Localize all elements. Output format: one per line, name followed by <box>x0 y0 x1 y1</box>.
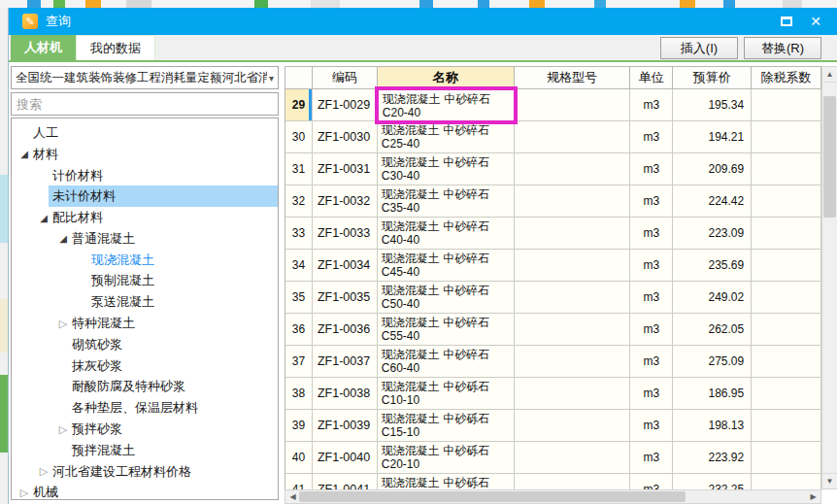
table-row[interactable]: 34 ZF1-0034 现浇混凝土 中砂碎石 C45-40 m3 235.69 <box>285 250 821 282</box>
unit-cell[interactable]: m3 <box>630 218 673 250</box>
name-cell[interactable]: 现浇混凝土 中砂碎石 C60-40 <box>378 346 515 378</box>
tax-cell[interactable] <box>752 282 821 314</box>
header-price[interactable]: 预算价 <box>673 66 752 89</box>
tree-expander-icon[interactable]: ◢ <box>17 149 31 159</box>
code-cell[interactable]: ZF1-0030 <box>313 121 378 153</box>
tax-cell[interactable] <box>752 153 821 185</box>
price-cell[interactable]: 275.09 <box>673 346 752 378</box>
spec-cell[interactable] <box>515 378 631 410</box>
tree-item[interactable]: ▷ 特种混凝土 <box>12 313 278 334</box>
name-cell[interactable]: 现浇混凝土 中砂碎石 C35-40 <box>378 185 515 218</box>
spec-cell[interactable] <box>515 250 631 282</box>
spec-cell[interactable] <box>515 185 631 218</box>
tree-item[interactable]: 现浇混凝土 <box>12 250 278 271</box>
row-number-cell[interactable]: 29 <box>285 89 313 121</box>
tree-item[interactable]: ▷ 预拌砂浆 <box>12 419 278 440</box>
table-row[interactable]: 35 ZF1-0035 现浇混凝土 中砂碎石 C50-40 m3 249.02 <box>285 282 821 314</box>
tree-item[interactable]: 砌筑砂浆 <box>12 334 278 355</box>
tax-cell[interactable] <box>752 121 821 153</box>
code-cell[interactable]: ZF1-0038 <box>313 378 378 410</box>
code-cell[interactable]: ZF1-0040 <box>313 442 378 474</box>
vertical-scroll-thumb[interactable] <box>823 96 836 218</box>
name-cell[interactable]: 现浇混凝土 中砂砾石 <box>378 474 515 489</box>
horizontal-scroll-thumb[interactable] <box>299 491 686 502</box>
code-cell[interactable]: ZF1-0041 <box>313 474 378 489</box>
code-cell[interactable]: ZF1-0037 <box>313 346 378 378</box>
code-cell[interactable]: ZF1-0035 <box>313 282 378 314</box>
spec-cell[interactable] <box>515 474 631 489</box>
name-cell[interactable]: 现浇混凝土 中砂碎石 C20-40 <box>378 89 515 121</box>
tax-cell[interactable] <box>752 442 821 474</box>
unit-cell[interactable]: m3 <box>630 282 673 314</box>
tax-cell[interactable] <box>752 185 821 218</box>
dialog-titlebar[interactable]: ✎ 查询 ✕ <box>9 8 837 35</box>
spec-cell[interactable] <box>515 346 631 378</box>
code-cell[interactable]: ZF1-0036 <box>313 314 378 346</box>
tree-expander-icon[interactable]: ▷ <box>17 487 31 499</box>
spec-cell[interactable] <box>515 442 631 474</box>
row-number-cell[interactable]: 31 <box>285 153 313 185</box>
table-row[interactable]: 33 ZF1-0033 现浇混凝土 中砂碎石 C40-40 m3 223.09 <box>285 218 821 250</box>
tree-item[interactable]: 预拌混凝土 <box>12 440 278 461</box>
header-name[interactable]: 名称 <box>378 66 515 89</box>
price-cell[interactable]: 235.69 <box>673 250 752 282</box>
name-cell[interactable]: 现浇混凝土 中砂砾石 C20-10 <box>378 442 515 474</box>
price-cell[interactable]: 232.25 <box>673 474 752 489</box>
close-button[interactable]: ✕ <box>810 15 821 28</box>
unit-cell[interactable]: m3 <box>630 314 673 346</box>
spec-cell[interactable] <box>515 282 631 314</box>
code-cell[interactable]: ZF1-0029 <box>313 89 378 121</box>
table-row[interactable]: 38 ZF1-0038 现浇混凝土 中砂砾石 C10-10 m3 186.95 <box>285 378 821 410</box>
unit-cell[interactable]: m3 <box>630 153 673 185</box>
tree-expander-icon[interactable]: ▷ <box>56 423 70 436</box>
header-code[interactable]: 编码 <box>313 66 378 89</box>
tree-expander-icon[interactable]: ▷ <box>37 465 50 478</box>
row-number-cell[interactable]: 40 <box>285 442 313 474</box>
price-cell[interactable]: 224.42 <box>673 185 752 218</box>
name-cell[interactable]: 现浇混凝土 中砂碎石 C25-40 <box>378 121 515 153</box>
tree-expander-icon[interactable]: ◢ <box>37 213 50 223</box>
price-cell[interactable]: 223.09 <box>673 218 752 250</box>
tax-cell[interactable] <box>752 474 821 489</box>
code-cell[interactable]: ZF1-0031 <box>313 153 378 185</box>
row-number-cell[interactable]: 35 <box>285 282 313 314</box>
price-cell[interactable]: 186.95 <box>673 378 752 410</box>
tax-cell[interactable] <box>752 410 821 442</box>
name-cell[interactable]: 现浇混凝土 中砂碎石 C40-40 <box>378 218 515 250</box>
scroll-left-icon[interactable]: ◀ <box>285 490 300 503</box>
insert-button[interactable]: 插入(I) <box>660 37 738 59</box>
tax-cell[interactable] <box>752 89 821 121</box>
tree-item[interactable]: 泵送混凝土 <box>12 291 278 313</box>
header-tax[interactable]: 除税系数 <box>752 66 821 89</box>
vertical-scrollbar[interactable]: ▲ ▼ <box>821 66 837 489</box>
price-cell[interactable]: 262.05 <box>673 314 752 346</box>
tax-cell[interactable] <box>752 346 821 378</box>
tree-item[interactable]: 未计价材料 <box>12 185 278 207</box>
quota-library-select[interactable]: 全国统一建筑装饰装修工程消耗量定额河北省消耗 ▾ <box>11 66 279 89</box>
price-cell[interactable]: 223.92 <box>673 442 752 474</box>
scroll-down-icon[interactable]: ▼ <box>822 473 837 488</box>
tax-cell[interactable] <box>752 378 821 410</box>
unit-cell[interactable]: m3 <box>630 378 673 410</box>
horizontal-scrollbar[interactable]: ◀ ▶ <box>285 489 821 504</box>
row-number-cell[interactable]: 36 <box>285 314 313 346</box>
name-cell[interactable]: 现浇混凝土 中砂碎石 C45-40 <box>378 250 515 282</box>
tax-cell[interactable] <box>752 250 821 282</box>
row-number-cell[interactable]: 32 <box>285 185 313 218</box>
tax-cell[interactable] <box>752 218 821 250</box>
unit-cell[interactable]: m3 <box>630 121 673 153</box>
unit-cell[interactable]: m3 <box>630 442 673 474</box>
name-cell[interactable]: 现浇混凝土 中砂碎石 C55-40 <box>378 314 515 346</box>
tab-my-data[interactable]: 我的数据 <box>76 35 155 60</box>
code-cell[interactable]: ZF1-0034 <box>313 250 378 282</box>
spec-cell[interactable] <box>515 410 631 442</box>
header-unit[interactable]: 单位 <box>630 66 673 89</box>
price-cell[interactable]: 195.34 <box>673 89 752 121</box>
tree-item[interactable]: ◢ 材料 <box>12 144 278 165</box>
unit-cell[interactable]: m3 <box>630 89 673 121</box>
tree-item[interactable]: 预制混凝土 <box>12 271 278 292</box>
tax-cell[interactable] <box>752 314 821 346</box>
unit-cell[interactable]: m3 <box>630 346 673 378</box>
row-number-cell[interactable]: 41 <box>285 474 313 489</box>
table-row[interactable]: 31 ZF1-0031 现浇混凝土 中砂碎石 C30-40 m3 209.69 <box>285 153 821 185</box>
